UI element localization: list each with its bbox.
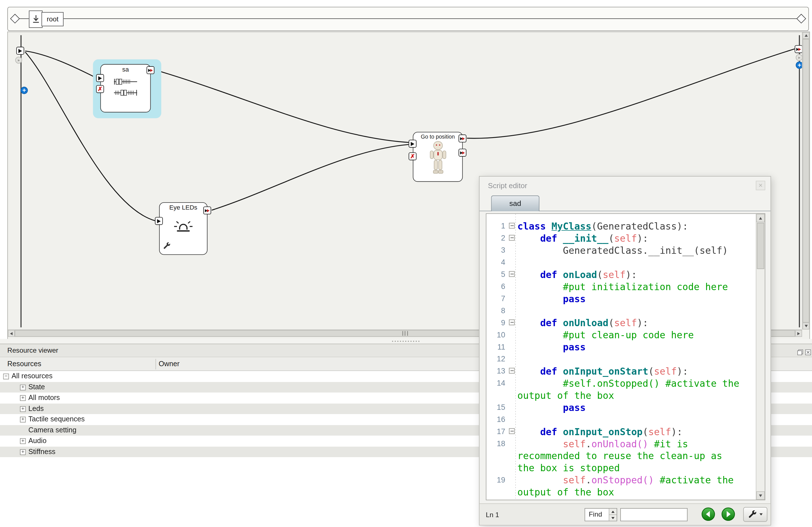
canvas-vertical-scrollbar[interactable] bbox=[802, 32, 810, 330]
find-mode-spinner[interactable] bbox=[609, 509, 617, 521]
choregraphe-window: root + + sa bbox=[0, 0, 812, 527]
up-arrow-icon bbox=[804, 34, 808, 37]
sa-onstart-input-port[interactable] bbox=[96, 74, 104, 82]
tree-item-label: Leds bbox=[28, 403, 44, 414]
scroll-right-button[interactable] bbox=[795, 330, 802, 337]
breadcrumb-root[interactable]: root bbox=[41, 12, 64, 26]
add-input-button[interactable]: + bbox=[20, 87, 28, 94]
line-number: 2 bbox=[486, 232, 508, 244]
resource-viewer-title: Resource viewer bbox=[7, 344, 58, 357]
scroll-left-button[interactable] bbox=[8, 330, 15, 337]
fold-collapse-icon[interactable] bbox=[508, 365, 518, 378]
close-window-button[interactable]: × bbox=[756, 181, 765, 190]
fold-spacer bbox=[508, 341, 518, 353]
output-play-red-icon bbox=[462, 151, 465, 154]
fold-spacer bbox=[508, 377, 518, 389]
fold-spacer bbox=[508, 293, 518, 305]
scroll-down-button[interactable] bbox=[802, 323, 809, 329]
find-mode-select[interactable]: Find bbox=[584, 508, 617, 521]
fold-spacer bbox=[508, 401, 518, 413]
line-number: 14 bbox=[486, 377, 508, 389]
code-scroll-down-button[interactable] bbox=[756, 491, 765, 500]
column-header-resources[interactable]: Resources bbox=[7, 357, 41, 371]
code-text bbox=[518, 305, 756, 317]
expand-icon[interactable]: + bbox=[20, 395, 26, 401]
code-scroll-thumb[interactable] bbox=[757, 223, 764, 269]
line-number: 11 bbox=[486, 341, 508, 353]
tree-item-label: Stiffness bbox=[28, 446, 56, 457]
tree-item-label: Camera setting bbox=[28, 425, 76, 436]
motor-curve-icon bbox=[114, 78, 138, 86]
box-settings-wrench-icon[interactable] bbox=[163, 242, 171, 252]
splitter-grip-icon bbox=[391, 340, 421, 342]
collapse-icon[interactable]: − bbox=[3, 373, 9, 380]
close-panel-icon[interactable] bbox=[805, 348, 811, 357]
line-number: 19 bbox=[486, 474, 508, 486]
script-editor-statusbar: Ln 1 Find bbox=[479, 503, 770, 525]
column-divider[interactable] bbox=[156, 359, 156, 369]
goto-output-port-1[interactable] bbox=[459, 134, 466, 143]
tab-sad[interactable]: sad bbox=[491, 196, 539, 211]
line-number: 6 bbox=[486, 281, 508, 293]
box-sa[interactable]: sa bbox=[100, 64, 151, 113]
motor-curve-icon bbox=[114, 89, 138, 97]
box-go-to-position[interactable]: Go to position bbox=[413, 132, 463, 182]
code-text: #self.onStopped() #activate the output o… bbox=[518, 377, 756, 401]
box-go-to-position-title: Go to position bbox=[413, 133, 462, 140]
scroll-up-button[interactable] bbox=[802, 32, 809, 39]
code-text: def onInput_onStop(self): bbox=[518, 426, 756, 438]
expand-icon[interactable]: + bbox=[20, 438, 26, 444]
box-eye-leds[interactable]: Eye LEDs bbox=[159, 202, 207, 255]
code-editor[interactable]: 1class MyClass(GeneratedClass):2 def __i… bbox=[486, 213, 765, 500]
code-text: #put clean-up code here bbox=[518, 329, 756, 341]
diagram-output-port[interactable] bbox=[795, 45, 803, 53]
fold-collapse-icon[interactable] bbox=[508, 426, 518, 438]
code-line: 12 bbox=[486, 353, 756, 365]
script-editor-window[interactable]: Script editor × sad 1class MyClass(Gener… bbox=[479, 176, 771, 526]
code-vertical-scrollbar[interactable] bbox=[756, 214, 765, 500]
code-line: 9 def onUnload(self): bbox=[486, 317, 756, 329]
vertical-scroll-thumb[interactable] bbox=[802, 39, 809, 323]
goto-output-port-2[interactable] bbox=[459, 149, 466, 157]
goto-onstop-input-port[interactable]: ✗ bbox=[408, 152, 417, 160]
expand-icon[interactable]: + bbox=[20, 449, 26, 455]
column-header-owner[interactable]: Owner bbox=[159, 357, 179, 371]
find-previous-button[interactable] bbox=[701, 507, 715, 521]
eyeleds-onstart-input-port[interactable] bbox=[155, 217, 163, 225]
down-arrow-icon bbox=[759, 494, 762, 497]
fold-collapse-icon[interactable] bbox=[508, 268, 518, 281]
diagram-onstart-input-port[interactable] bbox=[16, 47, 24, 55]
code-text: def __init__(self): bbox=[518, 232, 756, 244]
nao-robot-icon bbox=[428, 141, 447, 180]
expand-icon[interactable]: + bbox=[20, 406, 26, 412]
find-next-button[interactable] bbox=[721, 507, 735, 521]
code-text: #put initialization code here bbox=[518, 281, 756, 293]
fold-collapse-icon[interactable] bbox=[508, 232, 518, 244]
find-input[interactable] bbox=[620, 508, 687, 521]
code-lines[interactable]: 1class MyClass(GeneratedClass):2 def __i… bbox=[486, 214, 756, 500]
fold-collapse-icon[interactable] bbox=[508, 220, 518, 232]
fold-spacer bbox=[508, 244, 518, 256]
code-text: def onLoad(self): bbox=[518, 268, 756, 281]
sa-onstop-input-port[interactable]: ✗ bbox=[96, 85, 104, 93]
spinner-up-button[interactable] bbox=[609, 509, 617, 515]
goto-onstart-input-port[interactable] bbox=[408, 140, 417, 147]
eyeleds-output-port[interactable] bbox=[203, 206, 211, 214]
up-arrow-icon bbox=[611, 510, 614, 512]
code-scroll-up-button[interactable] bbox=[756, 214, 765, 222]
fold-collapse-icon[interactable] bbox=[508, 317, 518, 329]
tree-item-label: Tactile sequences bbox=[28, 414, 85, 425]
expand-icon[interactable]: + bbox=[20, 417, 26, 423]
sa-output-port[interactable] bbox=[146, 66, 154, 74]
grey-play-icon bbox=[798, 57, 800, 59]
fold-spacer bbox=[508, 474, 518, 486]
timeline-start-diamond-icon bbox=[10, 14, 20, 23]
code-text: pass bbox=[518, 341, 756, 353]
down-arrow-icon bbox=[611, 517, 614, 519]
expand-icon[interactable]: + bbox=[20, 384, 26, 390]
line-number: 17 bbox=[486, 426, 508, 438]
spinner-down-button[interactable] bbox=[609, 514, 617, 521]
float-panel-icon[interactable] bbox=[797, 348, 803, 357]
script-editor-title: Script editor bbox=[488, 181, 527, 190]
editor-tools-button[interactable] bbox=[743, 507, 768, 522]
